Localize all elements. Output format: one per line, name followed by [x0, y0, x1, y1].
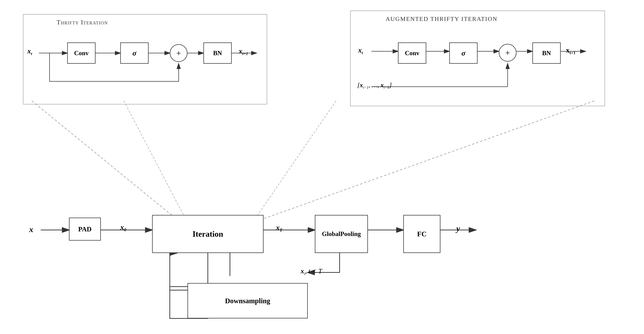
global-pooling-box: Global Pooling: [315, 215, 368, 253]
memory-label: [xt−1, …, xt−h]: [357, 82, 392, 90]
augmented-sigma-box: σ: [449, 42, 478, 64]
thrifty-sigma-box: σ: [120, 42, 148, 64]
svg-line-21: [124, 101, 186, 219]
xt-lt-T-label: xt, t < T: [301, 267, 322, 276]
augmented-plus-circle: +: [499, 44, 516, 62]
thrifty-bn-box: BN: [204, 42, 232, 64]
thrifty-input-label: xt: [28, 47, 32, 56]
svg-line-22: [255, 101, 336, 219]
xT-label: xT: [276, 223, 282, 233]
diagram-container: Thrifty Iteration xt Conv σ + BN xt+1 Au…: [0, 0, 644, 334]
svg-line-19: [32, 101, 177, 219]
svg-line-20: [262, 101, 594, 219]
output-y-label: y: [456, 224, 460, 233]
augmented-section-title: Augmented Thrifty Iteration: [386, 16, 498, 22]
iteration-box: Iteration: [152, 215, 264, 253]
thrifty-section-title: Thrifty Iteration: [56, 18, 108, 26]
augmented-input-label: xt: [358, 46, 363, 55]
augmented-output-label: xt+1: [566, 46, 576, 55]
x0-label: x0: [120, 223, 126, 232]
thrifty-output-label: xt+1: [239, 47, 248, 56]
pad-box: PAD: [69, 218, 101, 240]
thrifty-conv-box: Conv: [67, 42, 96, 64]
downsampling-box: Downsampling: [188, 283, 308, 318]
augmented-section-box: [350, 10, 605, 106]
augmented-conv-box: Conv: [398, 42, 426, 64]
augmented-bn-box: BN: [532, 42, 561, 64]
main-input-label: x: [29, 225, 33, 234]
fc-box: FC: [403, 215, 440, 253]
thrifty-plus-circle: +: [170, 44, 188, 62]
